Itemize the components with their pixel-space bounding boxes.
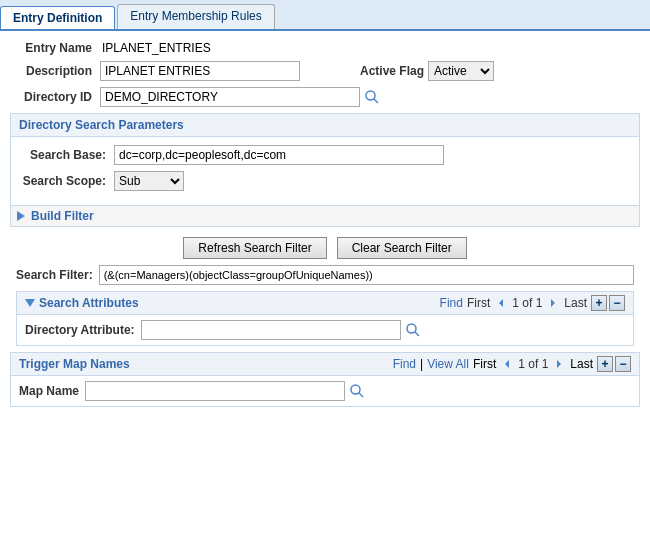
search-attributes-section: Search Attributes Find First 1 of 1 Last… — [16, 291, 634, 346]
main-content: Entry Name IPLANET_ENTRIES Description A… — [0, 31, 650, 419]
svg-marker-2 — [499, 299, 503, 307]
search-attributes-title: Search Attributes — [25, 296, 139, 310]
build-filter-label: Build Filter — [31, 209, 94, 223]
search-attributes-nav: Find First 1 of 1 Last + − — [440, 295, 625, 311]
trigger-map-section: Trigger Map Names Find | View All First … — [10, 352, 640, 407]
directory-attribute-search-icon[interactable] — [405, 322, 421, 338]
tab-entry-definition[interactable]: Entry Definition — [0, 6, 115, 31]
search-attributes-prev-button[interactable] — [494, 296, 508, 310]
search-attributes-header: Search Attributes Find First 1 of 1 Last… — [17, 292, 633, 315]
trigger-map-separator: | — [420, 357, 423, 371]
svg-point-0 — [366, 91, 375, 100]
search-base-input[interactable] — [114, 145, 444, 165]
description-input[interactable] — [100, 61, 300, 81]
trigger-map-next-button[interactable] — [552, 357, 566, 371]
directory-search-header: Directory Search Parameters — [11, 114, 639, 137]
svg-line-5 — [415, 332, 419, 336]
map-name-search-icon[interactable] — [349, 383, 365, 399]
search-attributes-remove-button[interactable]: − — [609, 295, 625, 311]
tab-entry-membership-rules[interactable]: Entry Membership Rules — [117, 4, 274, 29]
trigger-map-prev-button[interactable] — [500, 357, 514, 371]
trigger-map-find-link[interactable]: Find — [393, 357, 416, 371]
search-base-row: Search Base: — [19, 145, 631, 165]
trigger-map-page-info: 1 of 1 — [518, 357, 548, 371]
svg-point-8 — [351, 385, 360, 394]
directory-id-row: Directory ID — [10, 87, 640, 107]
svg-marker-7 — [557, 360, 561, 368]
search-filter-row: Search Filter: — [10, 265, 640, 285]
entry-name-value: IPLANET_ENTRIES — [102, 41, 211, 55]
search-attributes-add-remove: + − — [591, 295, 625, 311]
tab-bar: Entry Definition Entry Membership Rules — [0, 0, 650, 31]
directory-id-label: Directory ID — [10, 90, 100, 104]
trigger-map-add-button[interactable]: + — [597, 356, 613, 372]
search-filter-input[interactable] — [99, 265, 634, 285]
search-attributes-content: Directory Attribute: — [17, 315, 633, 345]
active-flag-label: Active Flag — [360, 64, 424, 78]
directory-id-input[interactable] — [100, 87, 360, 107]
search-base-label: Search Base: — [19, 148, 114, 162]
build-filter-triangle-icon — [17, 211, 25, 221]
trigger-map-remove-button[interactable]: − — [615, 356, 631, 372]
directory-attribute-label: Directory Attribute: — [25, 323, 135, 337]
search-filter-label: Search Filter: — [16, 268, 93, 282]
search-attributes-page-info: 1 of 1 — [512, 296, 542, 310]
directory-search-section: Directory Search Parameters Search Base:… — [10, 113, 640, 227]
active-flag-select[interactable]: Active Inactive — [428, 61, 494, 81]
map-name-label: Map Name — [19, 384, 79, 398]
trigger-map-nav: Find | View All First 1 of 1 Last + − — [393, 356, 631, 372]
trigger-map-content: Map Name — [11, 376, 639, 406]
trigger-map-first-label: First — [473, 357, 496, 371]
trigger-map-add-remove: + − — [597, 356, 631, 372]
svg-point-4 — [407, 324, 416, 333]
map-name-input[interactable] — [85, 381, 345, 401]
active-flag-container: Active Flag Active Inactive — [360, 61, 494, 81]
refresh-search-filter-button[interactable]: Refresh Search Filter — [183, 237, 326, 259]
svg-line-1 — [374, 99, 378, 103]
trigger-map-title: Trigger Map Names — [19, 357, 130, 371]
clear-search-filter-button[interactable]: Clear Search Filter — [337, 237, 467, 259]
trigger-map-view-all-link[interactable]: View All — [427, 357, 469, 371]
search-attributes-collapse-icon[interactable] — [25, 299, 35, 307]
trigger-map-last-label: Last — [570, 357, 593, 371]
entry-name-row: Entry Name IPLANET_ENTRIES — [10, 41, 640, 55]
directory-id-search-icon[interactable] — [364, 89, 380, 105]
search-attributes-find-link[interactable]: Find — [440, 296, 463, 310]
search-attributes-first-label: First — [467, 296, 490, 310]
directory-search-content: Search Base: Search Scope: Sub Base One — [11, 137, 639, 205]
directory-attribute-input[interactable] — [141, 320, 401, 340]
trigger-map-header: Trigger Map Names Find | View All First … — [11, 353, 639, 376]
svg-line-9 — [359, 393, 363, 397]
svg-marker-3 — [551, 299, 555, 307]
search-scope-row: Search Scope: Sub Base One — [19, 171, 631, 191]
buttons-row: Refresh Search Filter Clear Search Filte… — [10, 237, 640, 259]
search-attributes-last-label: Last — [564, 296, 587, 310]
build-filter-row[interactable]: Build Filter — [11, 205, 639, 226]
svg-marker-6 — [505, 360, 509, 368]
search-scope-label: Search Scope: — [19, 174, 114, 188]
description-row: Description Active Flag Active Inactive — [10, 61, 640, 81]
entry-name-label: Entry Name — [10, 41, 100, 55]
search-attributes-add-button[interactable]: + — [591, 295, 607, 311]
search-attributes-next-button[interactable] — [546, 296, 560, 310]
search-scope-select[interactable]: Sub Base One — [114, 171, 184, 191]
description-label: Description — [10, 64, 100, 78]
